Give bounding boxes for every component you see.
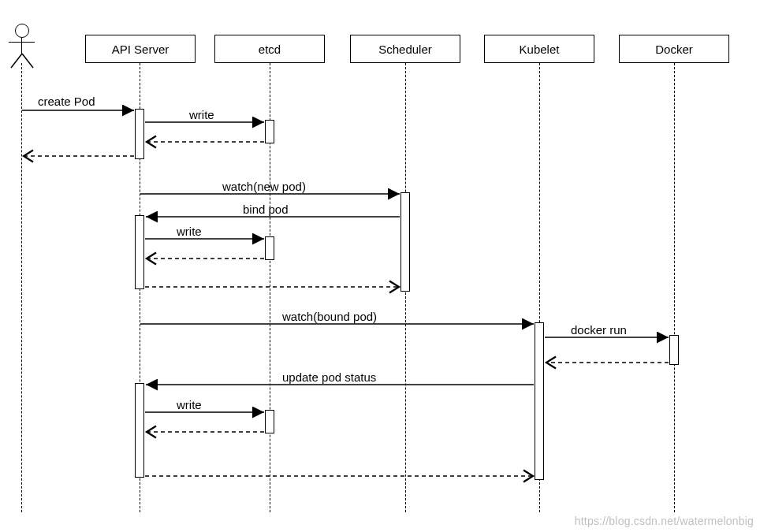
msg-docker-run: docker run [571,323,627,337]
activation-api-2 [135,215,144,289]
lifeline-actor [21,63,22,512]
participant-api-server: API Server [85,35,196,63]
activation-api-1 [135,109,144,159]
watermark-text: https://blog.csdn.net/watermelonbig [575,515,754,527]
activation-etcd-2 [265,236,274,260]
activation-docker [669,335,679,365]
participant-scheduler: Scheduler [350,35,460,63]
arrows-layer [0,0,760,532]
activation-sched [400,192,410,292]
msg-watch-new: watch(new pod) [222,180,306,193]
participant-label: API Server [112,43,170,56]
participant-label: Docker [655,43,693,56]
participant-label: etcd [259,43,281,56]
svg-line-1 [22,54,33,68]
lifeline-docker [674,63,675,512]
msg-write-1: write [189,108,214,121]
msg-watch-bound: watch(bound pod) [282,310,377,323]
participant-etcd: etcd [214,35,325,63]
svg-line-0 [11,54,22,68]
activation-etcd-3 [265,410,274,433]
participant-label: Scheduler [378,43,432,56]
msg-create-pod: create Pod [38,95,95,108]
sequence-diagram: API Server etcd Scheduler Kubelet Docker [0,0,760,532]
msg-write-2: write [177,225,202,238]
participant-kubelet: Kubelet [484,35,594,63]
activation-etcd-1 [265,120,274,143]
participant-label: Kubelet [520,43,560,56]
msg-write-3: write [177,398,202,411]
msg-bind-pod: bind pod [243,203,289,216]
activation-kubelet [535,322,544,480]
activation-api-3 [135,383,144,478]
msg-update-status: update pod status [282,370,376,384]
participant-docker: Docker [619,35,729,63]
